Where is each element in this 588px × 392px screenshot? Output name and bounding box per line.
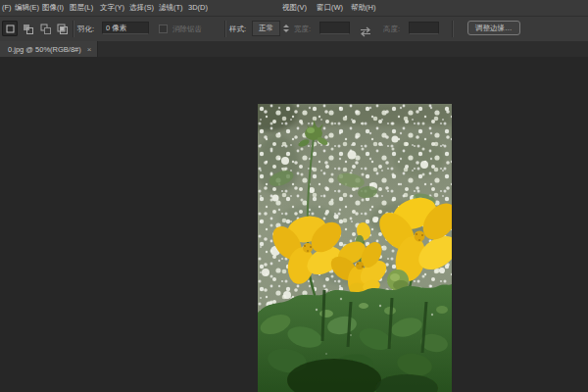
document-tab[interactable]: 0.jpg @ 50%(RGB/8#) × xyxy=(0,41,98,57)
antialias-label: 消除锯齿 xyxy=(172,17,202,41)
style-dropdown-value: 正常 xyxy=(252,21,280,36)
chevron-up-down-icon xyxy=(283,24,289,32)
add-to-selection-icon[interactable] xyxy=(20,21,35,36)
menu-edit[interactable]: 编辑(E) xyxy=(15,0,39,16)
feather-input[interactable] xyxy=(102,22,149,34)
photo-document[interactable] xyxy=(258,104,452,392)
close-icon[interactable]: × xyxy=(87,45,92,54)
menu-filter[interactable]: 滤镜(T) xyxy=(159,0,183,16)
height-label: 高度: xyxy=(383,17,400,41)
menu-view[interactable]: 视图(V) xyxy=(282,0,307,16)
options-divider xyxy=(452,21,453,37)
feather-label: 羽化: xyxy=(77,17,94,41)
tool-options-bar: 羽化: 消除锯齿 样式: 正常 宽度: 高度: 调整边缘… xyxy=(0,17,588,42)
photoshop-window: (F) 编辑(E) 图像(I) 图层(L) 文字(Y) 选择(S) 滤镜(T) … xyxy=(0,0,588,392)
menu-type[interactable]: 文字(Y) xyxy=(100,0,124,16)
menu-3d[interactable]: 3D(D) xyxy=(188,0,208,16)
refine-edge-button[interactable]: 调整边缘… xyxy=(467,21,520,35)
new-selection-icon[interactable] xyxy=(2,21,18,36)
height-input[interactable] xyxy=(409,22,439,34)
menu-layer[interactable]: 图层(L) xyxy=(70,0,93,16)
width-label: 宽度: xyxy=(294,17,311,41)
menu-bar: (F) 编辑(E) 图像(I) 图层(L) 文字(Y) 选择(S) 滤镜(T) … xyxy=(0,0,588,17)
style-dropdown[interactable]: 正常 xyxy=(252,22,289,35)
menu-image[interactable]: 图像(I) xyxy=(42,0,64,16)
width-input[interactable] xyxy=(319,22,350,34)
options-divider xyxy=(224,21,225,37)
intersect-selection-icon[interactable] xyxy=(54,21,70,36)
canvas-area[interactable] xyxy=(0,57,588,392)
menu-window[interactable]: 窗口(W) xyxy=(317,0,343,16)
options-divider xyxy=(73,21,74,37)
menu-select[interactable]: 选择(S) xyxy=(129,0,154,16)
antialias-checkbox[interactable] xyxy=(159,24,168,33)
style-label: 样式: xyxy=(229,17,246,41)
flower-photo xyxy=(258,104,452,392)
document-tab-title: 0.jpg @ 50%(RGB/8#) xyxy=(8,45,81,54)
menu-file-partial[interactable]: (F) xyxy=(2,0,12,16)
menu-help[interactable]: 帮助(H) xyxy=(351,0,375,16)
document-tab-bar: 0.jpg @ 50%(RGB/8#) × xyxy=(0,41,588,58)
swap-width-height-icon[interactable] xyxy=(359,24,372,41)
subtract-from-selection-icon[interactable] xyxy=(37,21,53,36)
